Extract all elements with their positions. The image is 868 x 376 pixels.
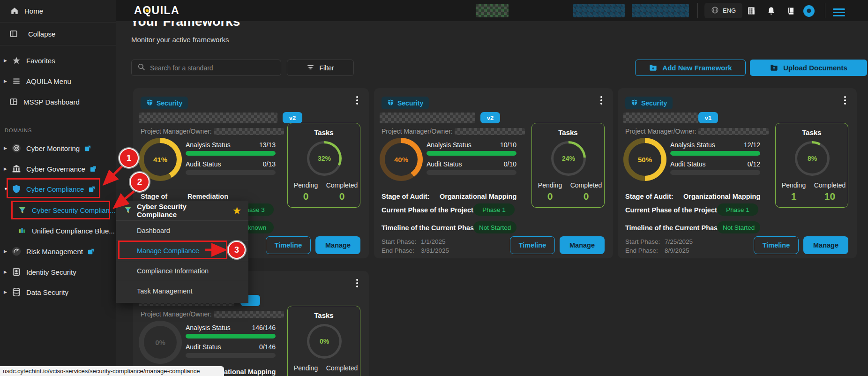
external-link-icon[interactable] [87, 248, 94, 255]
menu-item-task-management[interactable]: Task Management [116, 281, 248, 301]
collapse-panel-icon [8, 29, 19, 39]
pm-label: Project Manager/Owner: [141, 128, 212, 135]
sidebar-item-unified-compliance-blueprint[interactable]: Unified Compliance Blue... [0, 220, 116, 241]
chevron-right-icon: ▶ [4, 79, 8, 83]
menu-item-compliance-information[interactable]: Compliance Information [116, 261, 248, 281]
external-link-icon[interactable] [84, 145, 91, 152]
external-link-icon[interactable] [90, 165, 97, 173]
shield-icon [11, 184, 22, 194]
tasks-labels: PendingCompleted [288, 181, 360, 189]
category-label: Security [397, 99, 423, 107]
sidebar-item-risk-management[interactable]: ▶ Risk Management [0, 241, 116, 262]
sidebar-collapse-button[interactable]: Collapse [0, 23, 116, 45]
sidebar-item-label: Data Security [26, 288, 68, 296]
pm-name-redacted [214, 128, 284, 135]
stage-of-audit-row: Stage of Audit: Organizational Mapping [382, 192, 522, 201]
sidebar-item-cyber-monitoring[interactable]: ▶ Cyber Monitoring [0, 138, 116, 158]
organization-button[interactable] [746, 5, 757, 16]
language-selector[interactable]: ENG [704, 3, 742, 18]
project-manager-row: Project Manager/Owner: [141, 128, 284, 135]
menu-lines-icon [11, 76, 22, 86]
menu-item-manage-compliance[interactable]: Manage Compliance [116, 241, 248, 261]
menu-item-dashboard[interactable]: Dashboard [116, 220, 248, 241]
sidebar-item-favorites[interactable]: ▶ Favorites [0, 53, 116, 68]
tasks-values: 00 [288, 191, 360, 202]
completion-percent: 40% [394, 156, 408, 164]
manage-button[interactable]: Manage [560, 236, 605, 254]
timeline-button[interactable]: Timeline [510, 236, 555, 254]
sidebar-item-mssp-dashboard[interactable]: MSSP Dashboard [0, 94, 116, 110]
page-subtitle: Monitor your active frameworks [131, 36, 229, 44]
audit-status-row: Audit Status0/146 [186, 343, 276, 351]
folder-upload-icon [770, 63, 778, 73]
sidebar-item-identity-security[interactable]: ▶ Identity Security [0, 262, 116, 282]
favorite-star-icon[interactable]: ★ [233, 205, 241, 216]
aquila-logo[interactable]: AQUILA [134, 4, 180, 17]
tasks-percent: 0% [320, 338, 329, 345]
star-icon [11, 55, 22, 66]
search-input[interactable] [150, 64, 275, 72]
chevron-right-icon: ▶ [4, 146, 8, 150]
timeline-button[interactable]: Timeline [266, 236, 311, 254]
bell-icon [767, 7, 776, 15]
timeline-phase-label: Timeline of the Current Phase: [382, 224, 480, 232]
analysis-status-row: Analysis Status12/12 [670, 141, 760, 149]
sidebar-item-label: Cyber Security Complian... [32, 206, 115, 214]
stage-of-audit-row: Stage of Audit: Organizational Mapping [625, 192, 766, 201]
sidebar-item-home[interactable]: Home [0, 0, 116, 22]
pm-name-redacted [214, 311, 284, 318]
sidebar-item-cyber-security-compliance[interactable]: Cyber Security Complian... [0, 200, 116, 220]
external-link-icon[interactable] [88, 186, 95, 193]
project-manager-row: Project Manager/Owner: [625, 128, 769, 135]
manage-button[interactable]: Manage [315, 236, 360, 254]
app-window: Home Collapse ▶ Favorites ▶ AQUILA Menu [0, 0, 868, 376]
divider [0, 45, 116, 45]
card-options-kebab-icon[interactable] [597, 95, 606, 106]
domains-section-label: DOMAINS [5, 128, 32, 133]
chevron-right-icon: ▶ [4, 249, 8, 254]
card-options-kebab-icon[interactable] [353, 278, 361, 289]
tasks-percent: 32% [318, 155, 331, 162]
tasks-panel: Tasks 8% PendingCompleted 110 [775, 123, 848, 208]
sidebar-item-label: Home [24, 7, 43, 15]
timeline-button[interactable]: Timeline [754, 236, 799, 254]
sidebar-item-cyber-governance[interactable]: ▶ Cyber Governance [0, 158, 116, 179]
card-options-kebab-icon[interactable] [841, 95, 849, 106]
tasks-percent: 24% [562, 155, 575, 162]
filter-button[interactable]: Filter [287, 60, 354, 76]
version-badge: v2 [480, 112, 500, 123]
language-label: ENG [723, 7, 736, 14]
analysis-progress-bar [186, 151, 276, 156]
sidebar-item-cyber-compliance[interactable]: ▼ Cyber Compliance [0, 179, 116, 199]
sidebar-item-data-security[interactable]: ▶ Data Security [0, 282, 116, 302]
shield-icon [146, 99, 153, 107]
notifications-button[interactable] [765, 5, 777, 16]
completion-donut: 0% [139, 321, 182, 364]
framework-card: Security v1 Project Manager/Owner: 50% A… [618, 88, 857, 258]
tasks-title: Tasks [532, 128, 604, 136]
upload-documents-button[interactable]: Upload Documents [750, 60, 867, 76]
support-button[interactable] [803, 5, 815, 16]
search-standard-field[interactable] [131, 60, 281, 76]
pm-label: Project Manager/Owner: [382, 128, 453, 135]
manage-button[interactable]: Manage [803, 236, 848, 254]
context-menu-title: Cyber Security Compliance [137, 203, 228, 218]
docs-button[interactable] [785, 5, 796, 16]
audit-status-row: Audit Status0/13 [186, 160, 276, 168]
hamburger-menu-button[interactable] [833, 7, 845, 18]
card-options-kebab-icon[interactable] [353, 95, 361, 106]
sidebar-item-label: MSSP Dashboard [23, 98, 80, 106]
framework-card: Security v2 Project Manager/Owner: 40% A… [374, 88, 613, 258]
sidebar-item-aquila-menu[interactable]: ▶ AQUILA Menu [0, 73, 116, 89]
tasks-values: 00 [288, 374, 360, 376]
folder-plus-icon [649, 63, 658, 73]
completion-percent: 50% [638, 156, 652, 164]
phase-badge: Phase 1 [473, 203, 515, 216]
framework-title-redacted [623, 113, 698, 123]
version-badge: v2 [283, 112, 302, 123]
tasks-title: Tasks [776, 128, 848, 136]
audit-status-row: Audit Status0/10 [427, 160, 516, 168]
add-new-framework-button[interactable]: Add New Framework [635, 60, 746, 76]
timeline-status-badge: Not Started [473, 221, 516, 233]
project-manager-row: Project Manager/Owner: [382, 128, 525, 135]
